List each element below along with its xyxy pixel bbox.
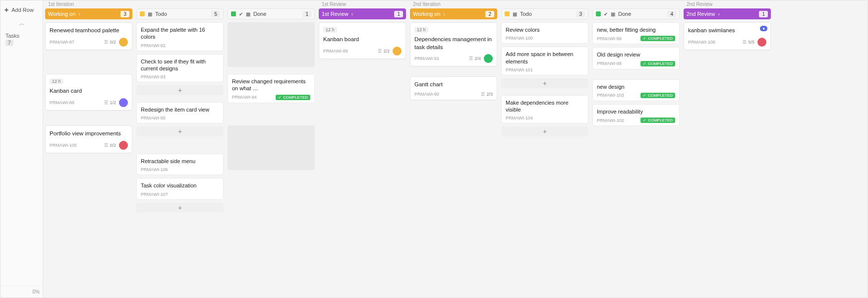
column-title: Working on xyxy=(413,11,440,17)
column-count: 2 xyxy=(485,11,494,17)
column-done: ✔ ▦ Done 1 Review changed requirements o… xyxy=(226,8,317,298)
subtasks-indicator: ☰ 2/3 xyxy=(481,92,493,97)
card-title: Kanban card xyxy=(50,87,128,95)
column-title: Todo xyxy=(155,11,167,17)
tasks-summary[interactable]: Tasks 7 xyxy=(3,32,40,47)
column-1st-review: 1st Review ‹ 1 12 h Kanban board PRMAWI xyxy=(317,8,408,298)
card-code: PRMAWI-107 xyxy=(141,192,168,197)
card-code: PRMAWI-88 xyxy=(50,100,74,105)
card[interactable]: Review changed requirements on what … PR… xyxy=(228,74,315,103)
add-row-button[interactable]: + Add Row xyxy=(3,4,40,15)
card-title: Check to see if they fit with current de… xyxy=(141,58,219,72)
card-title: Gantt chart xyxy=(414,81,493,89)
collapse-sidebar-button[interactable]: ︿ xyxy=(3,19,40,28)
card-code: PRMAWI-108 xyxy=(688,40,715,45)
column-count: 5 xyxy=(211,11,220,17)
avatar[interactable] xyxy=(119,98,128,107)
column-header-done[interactable]: ✔ ▦ Done 4 xyxy=(592,8,680,19)
avatar[interactable] xyxy=(484,54,493,63)
card-title: Add more space in between elements xyxy=(506,51,584,65)
tasks-count: 7 xyxy=(5,40,13,46)
card-code: PRMAWI-100 xyxy=(506,36,533,41)
card-code: PRMAWI-89 xyxy=(323,49,348,54)
card[interactable]: Review colors PRMAWI-100 xyxy=(501,22,588,44)
add-card-button[interactable]: + xyxy=(136,126,224,136)
card-title: Kanban board xyxy=(323,36,402,44)
card[interactable]: Renewed teamhood palette PRMAWI-87 ☰ 0/2 xyxy=(45,22,132,50)
subtasks-indicator: ☰ 0/2 xyxy=(104,40,116,45)
avatar[interactable] xyxy=(393,47,402,56)
time-tag: 12 h xyxy=(323,27,337,33)
card-title: new, better fitting desing xyxy=(597,26,675,33)
avatar[interactable] xyxy=(757,38,766,47)
column-title: 1st Review xyxy=(322,11,348,17)
empty-slot[interactable] xyxy=(228,22,315,67)
card[interactable]: 12 h Kanban card PRMAWI-88 ☰ 1/2 xyxy=(45,74,132,111)
status-color-icon xyxy=(505,11,510,16)
card-title: new design xyxy=(597,83,675,90)
card[interactable]: ● kanban swimlanes PRMAWI-108 ☰ 5/5 xyxy=(684,22,771,50)
add-card-button[interactable]: + xyxy=(136,85,224,95)
column-header-1st-review[interactable]: 1st Review ‹ 1 xyxy=(319,8,406,19)
column-header-done[interactable]: ✔ ▦ Done 1 xyxy=(228,8,315,19)
column-title: Done xyxy=(618,11,631,17)
avatar[interactable] xyxy=(119,141,128,150)
column-working-on-2: Working on ‹ 2 12 h Dependencies managem… xyxy=(408,8,499,298)
column-header-2nd-review[interactable]: 2nd Review ‹ 1 xyxy=(684,8,771,19)
add-card-button[interactable]: + xyxy=(501,126,588,136)
stage-1st-iteration: 1st Iteration Working on ‹ 3 xyxy=(43,0,317,298)
column-working-on: Working on ‹ 3 Renewed teamhood palette … xyxy=(43,8,134,298)
card[interactable]: Add more space in between elements PRMAW… xyxy=(501,47,588,75)
card[interactable]: Improve readability PRMAWI-102 COMPLETED xyxy=(592,104,680,126)
column-count: 1 xyxy=(759,11,768,17)
card[interactable]: Old design review PRMAWI-98 COMPLETED xyxy=(592,47,680,69)
column-header-working-on[interactable]: Working on ‹ 2 xyxy=(410,8,497,19)
stage-label: 2nd Review xyxy=(682,0,773,8)
column-header-todo[interactable]: ▦ Todo 5 xyxy=(136,8,224,19)
column-count: 1 xyxy=(302,11,311,17)
card-code: PRMAWI-87 xyxy=(50,40,74,45)
card[interactable]: 12 h Dependencies management in task det… xyxy=(410,22,497,66)
card[interactable]: 12 h Kanban board PRMAWI-89 ☰ 2/2 xyxy=(319,22,406,59)
card-code: PRMAWI-94 xyxy=(232,95,257,100)
grid-icon: ▦ xyxy=(148,11,152,17)
card[interactable]: Redesign the item card view PRMAWI-95 xyxy=(136,102,224,123)
column-2nd-review: 2nd Review ‹ 1 ● kanban swimlanes PRMAW xyxy=(682,8,773,298)
column-count: 3 xyxy=(120,11,129,17)
column-header-working-on[interactable]: Working on ‹ 3 xyxy=(45,8,132,19)
add-card-button[interactable]: + xyxy=(136,203,224,213)
board-scroll[interactable]: 1st Iteration Working on ‹ 3 xyxy=(43,0,868,298)
empty-slot[interactable] xyxy=(228,125,315,170)
card-code: PRMAWI-93 xyxy=(141,74,166,79)
card[interactable]: Task color visualization PRMAWI-107 xyxy=(136,178,224,199)
card-code: PRMAWI-90 xyxy=(414,92,439,97)
card[interactable]: Check to see if they fit with current de… xyxy=(136,54,224,83)
column-header-todo[interactable]: ▦ Todo 3 xyxy=(501,8,588,19)
subtasks-indicator: ☰ 2/2 xyxy=(378,49,390,54)
subtasks-indicator: ☰ 2/4 xyxy=(469,56,481,61)
card-title: Dependencies management in task details xyxy=(414,36,493,51)
card-title: Make dependencies more visible xyxy=(506,99,584,114)
completed-badge: COMPLETED xyxy=(640,36,675,41)
completed-badge: COMPLETED xyxy=(640,93,675,98)
card[interactable]: Portfolio view improvements PRMAWI-105 ☰… xyxy=(45,125,132,153)
chevron-left-icon: ‹ xyxy=(78,11,80,17)
card[interactable]: Expand the palette with 16 colors PRMAWI… xyxy=(136,22,224,51)
card-title: Improve readability xyxy=(597,108,675,115)
card[interactable]: new design PRMAWI-103 COMPLETED xyxy=(592,79,680,101)
card-code: PRMAWI-92 xyxy=(141,43,166,48)
add-card-button[interactable]: + xyxy=(501,78,588,88)
card-code: PRMAWI-103 xyxy=(597,93,624,98)
card-title: Task color visualization xyxy=(141,182,219,189)
card[interactable]: Gantt chart PRMAWI-90 ☰ 2/3 xyxy=(410,76,497,100)
completed-badge: COMPLETED xyxy=(640,61,675,66)
avatar[interactable] xyxy=(119,38,128,47)
card[interactable]: Make dependencies more visible PRMAWI-10… xyxy=(501,95,588,124)
card[interactable]: new, better fitting desing PRMAWI-99 COM… xyxy=(592,22,680,44)
card[interactable]: Retractable side menu PRMAWI-106 xyxy=(136,154,224,175)
subtasks-indicator: ☰ 5/5 xyxy=(743,40,754,45)
card-code: PRMAWI-99 xyxy=(597,36,622,41)
column-todo: ▦ Todo 5 Expand the palette with 16 colo… xyxy=(134,8,226,298)
card-title: Redesign the item card view xyxy=(141,106,219,113)
column-title: Working on xyxy=(48,11,75,17)
